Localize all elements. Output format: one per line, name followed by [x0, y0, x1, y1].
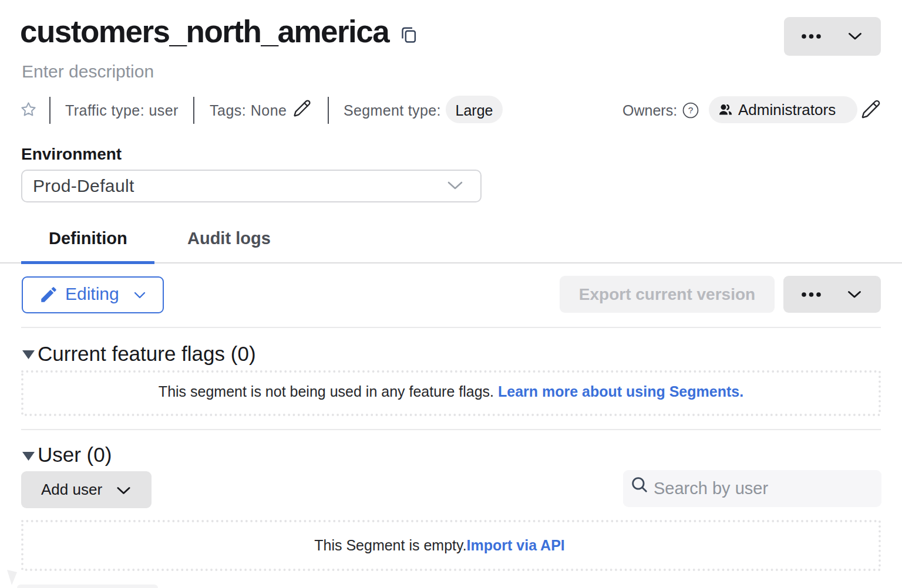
- svg-text:?: ?: [688, 105, 694, 115]
